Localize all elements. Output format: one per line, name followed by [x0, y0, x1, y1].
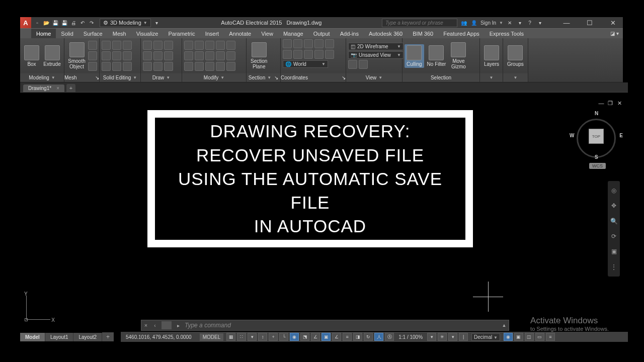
- tool-icon[interactable]: [304, 50, 313, 59]
- viewcube-west[interactable]: W: [570, 133, 574, 138]
- tab-output[interactable]: Output: [308, 29, 335, 39]
- workspace-icon[interactable]: |: [459, 333, 468, 341]
- tool-icon[interactable]: [205, 62, 214, 71]
- tool-icon[interactable]: [102, 51, 111, 60]
- redo-icon[interactable]: ↷: [88, 19, 96, 27]
- osnap-toggle[interactable]: ∠: [311, 333, 320, 341]
- box-button[interactable]: Box: [22, 44, 41, 68]
- chevron-down-icon[interactable]: ▾: [536, 19, 543, 26]
- tool-icon[interactable]: [226, 62, 235, 71]
- signin-label[interactable]: Sign In: [480, 20, 496, 26]
- tool-icon[interactable]: [325, 39, 334, 48]
- tool-icon[interactable]: [123, 51, 132, 60]
- tab-insert[interactable]: Insert: [200, 29, 224, 39]
- cmd-history-icon[interactable]: ▲: [500, 323, 509, 328]
- no-filter-button[interactable]: No Filter: [425, 44, 448, 68]
- status-coordinates[interactable]: 5460.1016, 479.4525, 0.0000: [121, 334, 197, 340]
- tool-icon[interactable]: [195, 41, 204, 50]
- signin-icon[interactable]: 👤: [470, 19, 477, 26]
- tool-icon[interactable]: [112, 62, 121, 71]
- tab-surface[interactable]: Surface: [78, 29, 108, 39]
- tool-icon[interactable]: [164, 51, 173, 60]
- tool-icon[interactable]: [216, 62, 225, 71]
- viewcube-south[interactable]: S: [595, 154, 598, 160]
- layers-button[interactable]: Layers: [482, 44, 501, 68]
- 3dosnap-toggle[interactable]: ▣: [321, 333, 331, 341]
- tool-icon[interactable]: [143, 62, 152, 71]
- exchange-icon[interactable]: ✕: [506, 19, 513, 26]
- maximize-button[interactable]: ☐: [580, 17, 600, 28]
- snap-toggle[interactable]: ∷: [237, 333, 246, 341]
- tab-bim360[interactable]: BIM 360: [408, 29, 438, 39]
- viewcube[interactable]: TOP N S W E: [574, 110, 619, 160]
- otrack-toggle[interactable]: ∠: [332, 333, 341, 341]
- tool-icon[interactable]: [143, 41, 152, 50]
- pan-icon[interactable]: ✥: [609, 201, 618, 210]
- showmotion-icon[interactable]: ▣: [609, 247, 618, 256]
- tool-icon[interactable]: [205, 41, 214, 50]
- tool-icon[interactable]: [153, 41, 163, 50]
- tool-icon[interactable]: [184, 62, 193, 71]
- mesh-tool-icon[interactable]: [88, 51, 97, 60]
- tool-icon[interactable]: [283, 50, 292, 59]
- tool-icon[interactable]: [293, 39, 302, 48]
- layout-tab-2[interactable]: Layout2: [73, 333, 102, 341]
- status-space-toggle[interactable]: MODEL: [200, 333, 224, 341]
- undo-icon[interactable]: ↶: [78, 19, 87, 27]
- nav-more-icon[interactable]: ⋮: [609, 262, 618, 272]
- tool-icon[interactable]: [195, 51, 204, 60]
- section-plane-button[interactable]: Section Plane: [249, 41, 269, 70]
- ortho-toggle[interactable]: └: [279, 333, 288, 341]
- cmd-close-icon[interactable]: ×: [141, 322, 150, 328]
- panel-label-solid-editing[interactable]: Solid Editing▼: [100, 73, 140, 82]
- polar-toggle[interactable]: ◉: [290, 333, 299, 341]
- minimize-button[interactable]: —: [556, 17, 577, 28]
- tool-icon[interactable]: [216, 51, 225, 60]
- viewcube-north[interactable]: N: [595, 111, 598, 116]
- tool-icon[interactable]: [184, 51, 193, 60]
- panel-label-groups[interactable]: ▼: [503, 73, 528, 82]
- hardware-accel-toggle[interactable]: ▣: [514, 333, 523, 341]
- dynamic-input-toggle[interactable]: +: [269, 333, 278, 341]
- grid-toggle[interactable]: ▦: [226, 333, 235, 341]
- tool-icon[interactable]: [164, 62, 173, 71]
- tool-icon[interactable]: [314, 50, 324, 59]
- tab-manage[interactable]: Manage: [278, 29, 308, 39]
- infer-toggle[interactable]: ↕: [258, 333, 267, 341]
- tool-toggle[interactable]: ▾: [448, 333, 457, 341]
- tool-icon[interactable]: [123, 62, 132, 71]
- save-icon[interactable]: 💾: [51, 19, 59, 27]
- saved-view-dropdown[interactable]: 📷 Unsaved View▼: [348, 51, 404, 59]
- tool-icon[interactable]: [348, 60, 357, 69]
- tool-icon[interactable]: [325, 50, 334, 59]
- doc-minimize-button[interactable]: —: [598, 100, 605, 107]
- infocenter-icon[interactable]: 👥: [460, 19, 467, 26]
- tool-icon[interactable]: [184, 41, 193, 50]
- doc-close-button[interactable]: ✕: [616, 100, 623, 107]
- tool-icon[interactable]: [195, 62, 204, 71]
- workspace-dropdown[interactable]: ⚙ 3D Modeling ▼: [100, 19, 151, 27]
- quick-properties-toggle[interactable]: ◉: [504, 333, 513, 341]
- tool-icon[interactable]: [112, 41, 121, 50]
- tab-solid[interactable]: Solid: [56, 29, 78, 39]
- tool-icon[interactable]: [226, 41, 235, 50]
- gear-icon[interactable]: ✳: [438, 333, 447, 341]
- close-tab-icon[interactable]: ×: [56, 85, 59, 91]
- tab-autodesk360[interactable]: Autodesk 360: [364, 29, 408, 39]
- layout-tab-model[interactable]: Model: [20, 333, 45, 341]
- annotation-toggle[interactable]: Ⓐ: [385, 333, 394, 341]
- tool-icon[interactable]: [359, 60, 368, 69]
- wcs-badge[interactable]: WCS: [589, 163, 606, 169]
- mesh-tool-icon[interactable]: [88, 62, 97, 71]
- help-icon[interactable]: ?: [526, 19, 533, 26]
- tool-icon[interactable]: [153, 62, 163, 71]
- lineweight-toggle[interactable]: ≡: [343, 333, 352, 341]
- tool-icon[interactable]: [153, 51, 163, 60]
- panel-label-view[interactable]: View▼: [346, 73, 402, 82]
- panel-label-section[interactable]: Section▼↘: [247, 73, 280, 82]
- saveas-icon[interactable]: 💾: [60, 19, 68, 27]
- layout-tab-1[interactable]: Layout1: [45, 333, 74, 341]
- tool-icon[interactable]: [112, 51, 121, 60]
- panel-label-coordinates[interactable]: Coordinates↘: [281, 73, 346, 82]
- tool-icon[interactable]: [216, 41, 225, 50]
